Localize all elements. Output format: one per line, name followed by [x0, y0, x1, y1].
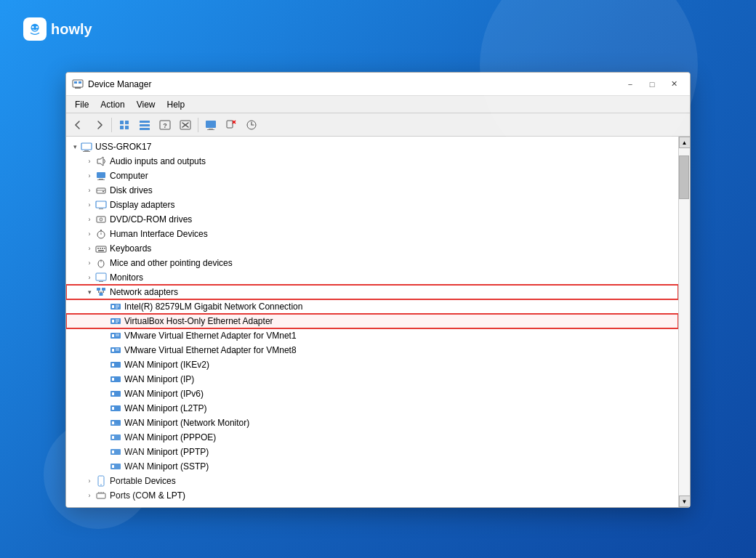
- scrollbar-track: [679, 148, 690, 496]
- uninstall-button[interactable]: [222, 116, 241, 134]
- svg-rect-36: [96, 201, 106, 208]
- display-icon: [95, 199, 107, 211]
- menu-file[interactable]: File: [69, 98, 94, 111]
- svg-rect-5: [79, 81, 81, 84]
- svg-rect-26: [81, 143, 92, 150]
- mice-icon: [95, 257, 107, 269]
- howly-logo: howly: [23, 17, 92, 41]
- svg-rect-28: [83, 151, 90, 152]
- svg-rect-73: [112, 334, 114, 337]
- disk-expand-icon: ›: [84, 185, 95, 196]
- svg-rect-7: [120, 121, 124, 124]
- svg-rect-4: [74, 81, 77, 84]
- list-button[interactable]: [135, 116, 154, 134]
- computer-icon: [95, 170, 107, 182]
- root-expand-icon: ▾: [69, 141, 81, 153]
- tree-vmware1[interactable]: › VMware Virtual Ethernet Adapter for VM…: [66, 328, 678, 343]
- scrollbar-thumb[interactable]: [679, 155, 689, 199]
- tree-vmware8[interactable]: › VMware Virtual Ethernet Adapter for VM…: [66, 343, 678, 357]
- wan-ikev2-label: WAN Miniport (IKEv2): [124, 360, 209, 370]
- svg-point-40: [101, 219, 102, 220]
- tree-wan-ikev2[interactable]: › WAN Miniport (IKEv2): [66, 357, 678, 372]
- svg-rect-21: [207, 129, 214, 130]
- dvd-expand-icon: ›: [84, 214, 95, 225]
- svg-rect-12: [140, 124, 150, 126]
- menu-help[interactable]: Help: [161, 98, 191, 111]
- svg-point-44: [100, 230, 102, 231]
- tree-ports[interactable]: › Ports (COM & LPT): [66, 488, 678, 503]
- computer-expand-icon: ›: [84, 170, 95, 182]
- scrollbar-down-button[interactable]: ▼: [679, 496, 691, 507]
- vmware8-label: VMware Virtual Ethernet Adapter for VMne…: [124, 345, 297, 355]
- tree-mice[interactable]: › Mice and other pointing devices: [66, 256, 678, 270]
- dvd-icon: [95, 214, 107, 225]
- window-icon: [72, 78, 84, 90]
- audio-expand-icon: ›: [84, 155, 95, 167]
- wan-l2tp-icon: [110, 403, 121, 414]
- svg-rect-27: [84, 150, 89, 151]
- svg-rect-57: [100, 293, 103, 296]
- svg-rect-77: [112, 349, 114, 352]
- svg-rect-87: [112, 407, 114, 410]
- back-button[interactable]: [69, 116, 88, 134]
- tree-disk[interactable]: › Disk drives: [66, 183, 678, 198]
- hid-expand-icon: ›: [84, 228, 95, 240]
- howly-text: howly: [51, 21, 92, 38]
- svg-rect-32: [97, 179, 105, 180]
- wan-ip-label: WAN Miniport (IP): [124, 374, 194, 384]
- svg-rect-31: [99, 179, 103, 179]
- svg-point-35: [102, 191, 104, 193]
- menu-view[interactable]: View: [131, 98, 161, 111]
- wan-ip-icon: [110, 373, 121, 385]
- svg-rect-85: [112, 392, 114, 395]
- tree-keyboards[interactable]: › Keyboards: [66, 241, 678, 256]
- tree-virtualbox[interactable]: › VirtualBox Host-Only Ethernet Adapter: [66, 314, 678, 328]
- network-expand-icon: ▾: [84, 286, 95, 298]
- hid-label: Human Interface Devices: [110, 229, 208, 239]
- intel-label: Intel(R) 82579LM Gigabit Network Connect…: [124, 302, 302, 312]
- update-button[interactable]: [242, 116, 261, 134]
- tree-hid[interactable]: › Human Interface Devices: [66, 227, 678, 241]
- monitors-label: Monitors: [110, 272, 143, 283]
- virtualbox-label: VirtualBox Host-Only Ethernet Adapter: [124, 316, 273, 326]
- audio-label: Audio inputs and outputs: [110, 156, 206, 166]
- svg-rect-49: [104, 248, 105, 249]
- svg-rect-47: [100, 248, 101, 249]
- computer-label: Computer: [110, 171, 148, 181]
- scrollbar[interactable]: ▲ ▼: [678, 137, 690, 507]
- properties-button[interactable]: [115, 116, 134, 134]
- vmware1-label: VMware Virtual Ethernet Adapter for VMne…: [124, 331, 297, 341]
- tree-dvd[interactable]: › DVD/CD-ROM drives: [66, 212, 678, 227]
- tree-network[interactable]: ▾ Network adapters: [66, 285, 678, 299]
- keyboards-expand-icon: ›: [84, 243, 95, 254]
- tree-monitors[interactable]: › Monitors: [66, 270, 678, 285]
- svg-rect-9: [120, 126, 124, 129]
- menu-action[interactable]: Action: [94, 98, 130, 111]
- dvd-label: DVD/CD-ROM drives: [110, 214, 192, 225]
- help-button[interactable]: ?: [156, 116, 174, 134]
- forward-button[interactable]: [89, 116, 108, 134]
- vmware8-icon: [110, 344, 121, 356]
- tree-intel[interactable]: › Intel(R) 82579LM Gigabit Network Conne…: [66, 299, 678, 314]
- virtualbox-nic-icon: [110, 315, 121, 327]
- svg-rect-37: [99, 209, 103, 209]
- svg-rect-22: [227, 121, 233, 128]
- mice-expand-icon: ›: [84, 257, 95, 269]
- svg-rect-63: [112, 305, 114, 308]
- monitors-expand-icon: ›: [84, 272, 95, 283]
- scrollbar-up-button[interactable]: ▲: [679, 137, 691, 148]
- root-computer-icon: [81, 141, 92, 153]
- tree-display[interactable]: › Display adapters: [66, 198, 678, 212]
- svg-rect-10: [125, 126, 129, 129]
- svg-rect-8: [125, 121, 129, 124]
- svg-rect-30: [97, 172, 105, 178]
- monitor-button[interactable]: [201, 116, 220, 134]
- delete-button[interactable]: [176, 116, 195, 134]
- svg-point-2: [36, 26, 38, 28]
- svg-rect-46: [97, 248, 99, 249]
- wan-ipv6-label: WAN Miniport (IPv6): [124, 389, 204, 399]
- svg-rect-48: [102, 248, 103, 249]
- wan-ipv6-icon: [110, 388, 121, 400]
- network-label: Network adapters: [110, 287, 178, 297]
- svg-rect-81: [112, 363, 114, 366]
